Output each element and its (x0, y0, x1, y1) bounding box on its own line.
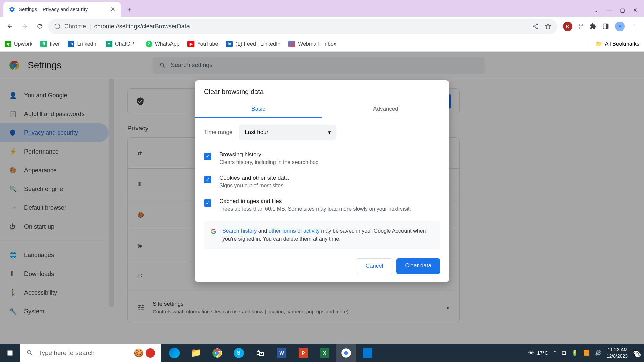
time-range-label: Time range (204, 129, 232, 136)
bookmarks-bar: upUpwork fifiver inLinkedIn ✦ChatGPT 2Wh… (0, 36, 644, 52)
extension-avatar[interactable]: K (563, 22, 572, 31)
menu-icon[interactable]: ⋮ (631, 22, 637, 31)
checkbox[interactable]: ✓ (204, 199, 211, 207)
share-icon[interactable] (532, 23, 539, 30)
close-icon[interactable]: ✕ (110, 6, 115, 13)
back-button[interactable] (4, 20, 16, 33)
bookmark-star-icon[interactable] (545, 23, 551, 30)
cancel-button[interactable]: Cancel (357, 258, 392, 274)
browser-toolbar: Chrome | chrome://settings/clearBrowserD… (0, 17, 644, 36)
bookmark-upwork[interactable]: upUpwork (5, 41, 32, 47)
taskbar-excel[interactable]: X (315, 344, 335, 362)
toolbar-actions: K 🕊 S ⋮ (560, 22, 640, 31)
tray-volume-icon[interactable]: 🔊 (595, 350, 601, 356)
windows-taskbar: Type here to search 🍪 📁 S 🛍 W P X ☀17°C … (0, 344, 644, 362)
option-cached[interactable]: ✓ Cached images and filesFrees up less t… (204, 193, 440, 217)
reload-button[interactable] (34, 20, 46, 33)
bookmark-youtube[interactable]: ▶YouTube (187, 41, 218, 47)
svg-point-0 (55, 24, 60, 29)
taskbar-tray: ☀17°C ˄ ⊞ 🔋 📶 🔊 11:23 AM12/8/2023 💬16 (528, 347, 644, 359)
bookmark-linkedin-feed[interactable]: in(1) Feed | LinkedIn (226, 41, 280, 47)
maximize-icon[interactable]: ▢ (620, 7, 625, 13)
other-activity-link[interactable]: other forms of activity (269, 228, 320, 234)
svg-point-6 (215, 351, 219, 355)
search-icon (26, 349, 34, 357)
all-bookmarks[interactable]: 📁All Bookmarks (590, 41, 639, 47)
taskbar-search[interactable]: Type here to search 🍪 (20, 344, 161, 362)
profile-avatar[interactable]: S (615, 22, 625, 31)
taskbar-edge[interactable] (164, 344, 184, 362)
taskbar-clock[interactable]: 11:23 AM12/8/2023 (607, 347, 628, 359)
taskbar-chrome[interactable] (207, 344, 227, 362)
clear-data-button[interactable]: Clear data (396, 258, 440, 274)
weather-widget[interactable]: ☀17°C (528, 349, 548, 357)
google-account-info: Search history and other forms of activi… (204, 221, 440, 249)
tray-location-icon[interactable]: ⊞ (562, 350, 566, 356)
tray-chevron-icon[interactable]: ˄ (554, 350, 556, 356)
taskbar-powerpoint[interactable]: P (293, 344, 313, 362)
taskbar-apps: 📁 S 🛍 W P X (164, 344, 378, 362)
browser-tab[interactable]: Settings – Privacy and security ✕ (3, 2, 121, 17)
dropdown-icon: ▾ (328, 129, 331, 136)
site-info-icon (54, 23, 60, 29)
option-cookies[interactable]: ✓ Cookies and other site dataSigns you o… (204, 170, 440, 193)
taskbar-word[interactable]: W (272, 344, 292, 362)
taskbar-skype[interactable]: S (229, 344, 249, 362)
forward-button[interactable] (19, 20, 31, 33)
clear-browsing-data-dialog: Clear browsing data Basic Advanced Time … (195, 80, 449, 282)
tab-basic[interactable]: Basic (195, 101, 322, 118)
checkbox[interactable]: ✓ (204, 153, 211, 160)
taskbar-chrome-active[interactable] (336, 344, 356, 362)
bookmark-webmail[interactable]: Webmail : Inbox (288, 41, 336, 47)
taskbar-store[interactable]: 🛍 (250, 344, 270, 362)
notifications-icon[interactable]: 💬16 (633, 350, 639, 356)
window-controls: ⌄ — ▢ ✕ (594, 7, 644, 13)
bookmark-chatgpt[interactable]: ✦ChatGPT (106, 41, 138, 47)
tab-title: Settings – Privacy and security (19, 6, 107, 12)
option-browsing-history[interactable]: ✓ Browsing historyClears history, includ… (204, 146, 440, 170)
bookmark-fiver[interactable]: fifiver (40, 41, 60, 47)
close-window-icon[interactable]: ✕ (633, 7, 637, 13)
tray-wifi-icon[interactable]: 📶 (583, 350, 590, 356)
gear-icon (9, 6, 15, 13)
side-panel-icon[interactable] (602, 23, 609, 30)
bookmark-whatsapp[interactable]: 2WhatsApp (146, 41, 180, 47)
taskbar-app[interactable] (358, 344, 378, 362)
time-range-select[interactable]: Last hour ▾ (239, 125, 336, 140)
tab-strip: Settings – Privacy and security ✕ ＋ ⌄ — … (0, 0, 644, 17)
address-text: Chrome | chrome://settings/clearBrowserD… (64, 23, 190, 30)
taskbar-explorer[interactable]: 📁 (186, 344, 206, 362)
search-history-link[interactable]: Search history (222, 228, 257, 234)
new-tab-button[interactable]: ＋ (123, 3, 136, 15)
svg-rect-2 (606, 24, 608, 29)
tab-advanced[interactable]: Advanced (322, 101, 449, 118)
bookmark-linkedin[interactable]: inLinkedIn (68, 41, 98, 47)
dialog-tabs: Basic Advanced (195, 101, 449, 118)
address-bar[interactable]: Chrome | chrome://settings/clearBrowserD… (48, 19, 557, 34)
start-button[interactable] (0, 344, 20, 362)
minimize-icon[interactable]: — (606, 7, 612, 13)
google-icon (211, 227, 216, 236)
tab-search-icon[interactable]: ⌄ (594, 7, 598, 13)
svg-point-8 (344, 351, 348, 355)
extensions-icon[interactable] (590, 23, 596, 30)
dove-icon[interactable]: 🕊 (578, 23, 584, 29)
checkbox[interactable]: ✓ (204, 176, 211, 183)
tray-battery-icon[interactable]: 🔋 (572, 350, 578, 356)
dialog-title: Clear browsing data (195, 80, 449, 101)
